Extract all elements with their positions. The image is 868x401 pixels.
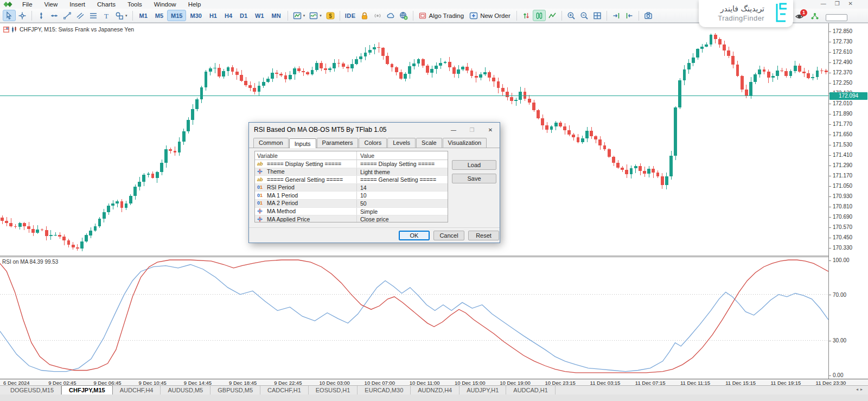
chart-tab-chfjpy-m15[interactable]: CHFJPY,M15 xyxy=(61,385,113,394)
param-row[interactable]: 01MA 2 Period50 xyxy=(255,200,448,208)
toolbar-tf-m30-button[interactable]: M30 xyxy=(186,10,205,21)
param-value[interactable]: 10 xyxy=(356,192,448,199)
menu-help[interactable]: Help xyxy=(182,1,207,8)
param-value[interactable]: ===== General Setting ===== xyxy=(356,176,448,183)
toolbar-horizontal-line-button[interactable] xyxy=(48,10,61,21)
dialog-tab-common[interactable]: Common xyxy=(253,138,289,148)
cancel-button[interactable]: Cancel xyxy=(433,231,464,240)
toolbar-lock-button[interactable] xyxy=(358,10,371,21)
chevron-down-icon[interactable]: ▾ xyxy=(125,14,127,18)
toolbar-vertical-line-button[interactable] xyxy=(35,10,48,21)
toolbar-zoom-out-button[interactable] xyxy=(578,10,591,21)
toolbar-auto-scroll-button[interactable] xyxy=(546,10,559,21)
toolbar-tf-d1-button[interactable]: D1 xyxy=(236,10,251,21)
toolbar-tf-m1-button[interactable]: M1 xyxy=(136,10,151,21)
ok-button[interactable]: OK xyxy=(399,231,430,240)
toolbar-cloud-button[interactable] xyxy=(384,10,397,21)
param-value[interactable]: 50 xyxy=(356,200,448,207)
param-row[interactable]: ThemeLight theme xyxy=(255,168,448,176)
menu-insert[interactable]: Insert xyxy=(63,1,91,8)
toolbar-symbols-button[interactable]: $ xyxy=(324,10,337,21)
menu-window[interactable]: Window xyxy=(148,1,182,8)
reset-button[interactable]: Reset xyxy=(468,231,499,240)
dialog-minimize-button[interactable]: — xyxy=(444,123,463,137)
dialog-tab-visualization[interactable]: Visualization xyxy=(443,138,487,148)
toolbar-templates-button[interactable]: ▾ xyxy=(307,10,324,21)
toolbar-ide-button[interactable]: IDE xyxy=(343,10,358,21)
toolbar-tf-mn-button[interactable]: MN xyxy=(268,10,285,21)
chart-tab-eurcad-m30[interactable]: EURCAD,M30 xyxy=(358,386,411,394)
tab-scroll-arrows[interactable]: ◂▸ xyxy=(856,387,865,392)
chart-tab-dogeusd-m15[interactable]: DOGEUSD,M15 xyxy=(3,386,61,394)
dialog-tab-parameters[interactable]: Parameters xyxy=(317,138,359,148)
chart-tab-eosusd-h1[interactable]: EOSUSD,H1 xyxy=(309,386,358,394)
menu-view[interactable]: View xyxy=(39,1,64,8)
price-axis[interactable]: 172.850172.730172.610172.490172.370172.2… xyxy=(828,23,868,379)
toolbar-cursor-button[interactable] xyxy=(3,10,16,21)
chart-tab-audcad-h1[interactable]: AUDCAD,H1 xyxy=(506,386,556,394)
toolbar-tf-h4-button[interactable]: H4 xyxy=(221,10,236,21)
chart-tab-gbpusd-m5[interactable]: GBPUSD,M5 xyxy=(210,386,260,394)
rsi-indicator-plot[interactable] xyxy=(0,257,828,379)
toolbar-tf-m5-button[interactable]: M5 xyxy=(151,10,167,21)
param-value[interactable]: 14 xyxy=(356,184,448,192)
window-minimize-button[interactable]: — xyxy=(821,1,826,7)
toolbar-objects-button[interactable]: ▾ xyxy=(113,10,130,21)
toolbar-crosshair-button[interactable] xyxy=(16,10,29,21)
cursor-icon xyxy=(5,11,14,20)
toolbar-tf-m15-button[interactable]: M15 xyxy=(167,10,186,21)
chevron-down-icon[interactable]: ▾ xyxy=(303,14,305,18)
toolbar-equidistant-channel-button[interactable] xyxy=(74,10,87,21)
param-row[interactable]: MA MethodSimple xyxy=(255,208,448,216)
toolbar-text-button[interactable]: T xyxy=(100,10,113,21)
toolbar-community-button[interactable] xyxy=(397,10,410,21)
chart-tab-audchf-h4[interactable]: AUDCHF,H4 xyxy=(113,386,161,394)
toolbar-tf-h1-button[interactable]: H1 xyxy=(206,10,221,21)
toolbar-tile-windows-button[interactable] xyxy=(591,10,604,21)
notifications-icon[interactable]: 1 xyxy=(795,12,804,23)
chart-tab-cadchf-h1[interactable]: CADCHF,H1 xyxy=(260,386,309,394)
time-axis[interactable]: 6 Dec 20249 Dec 02:459 Dec 06:459 Dec 10… xyxy=(0,379,868,385)
param-value[interactable]: Simple xyxy=(356,208,448,215)
toolbar-tick-chart-button[interactable] xyxy=(520,10,533,21)
param-row[interactable]: 01RSI Period14 xyxy=(255,184,448,192)
parameters-table[interactable]: VariableValueab===== Display Setting ===… xyxy=(254,151,448,222)
chevron-down-icon[interactable]: ▾ xyxy=(320,14,322,18)
toolbar-tf-w1-button[interactable]: W1 xyxy=(251,10,268,21)
window-close-button[interactable]: ✕ xyxy=(848,1,853,7)
toolbar-chart-shift-end-button[interactable] xyxy=(610,10,623,21)
toolbar-signal-button[interactable] xyxy=(371,10,384,21)
toolbar-algo-trading-button[interactable]: Algo Trading xyxy=(416,10,468,21)
toolbar-zoom-in-button[interactable] xyxy=(565,10,578,21)
chart-tab-audusd-m5[interactable]: AUDUSD,M5 xyxy=(161,386,210,394)
chart-tab-audjpy-h1[interactable]: AUDJPY,H1 xyxy=(459,386,506,394)
dialog-tab-inputs[interactable]: Inputs xyxy=(289,138,316,148)
menu-tools[interactable]: Tools xyxy=(122,1,148,8)
window-restore-button[interactable]: ❐ xyxy=(835,1,840,7)
menu-charts[interactable]: Charts xyxy=(91,1,122,8)
toolbar-new-order-button[interactable]: New Order xyxy=(467,10,514,21)
load-button[interactable]: Load xyxy=(452,160,496,170)
dialog-titlebar[interactable]: RSI Based On MA OB-OS MT5 By TFlab 1.05 … xyxy=(249,123,500,137)
toolbar-screenshot-button[interactable] xyxy=(642,10,655,21)
param-row[interactable]: ab===== General Setting ========== Gener… xyxy=(255,176,448,184)
param-row[interactable]: ab===== Display Setting ========== Displ… xyxy=(255,160,448,168)
menu-file[interactable]: File xyxy=(16,1,39,8)
dialog-tab-colors[interactable]: Colors xyxy=(359,138,387,148)
chart-tab-audnzd-h4[interactable]: AUDNZD,H4 xyxy=(411,386,459,394)
toolbar-trendline-button[interactable] xyxy=(61,10,74,21)
param-value[interactable]: ===== Display Setting ===== xyxy=(356,160,448,168)
network-status-icon[interactable] xyxy=(810,12,819,23)
toolbar-chart-shift-back-button[interactable] xyxy=(623,10,636,21)
dialog-close-button[interactable]: ✕ xyxy=(481,123,500,137)
param-row[interactable]: 01MA 1 Period10 xyxy=(255,192,448,200)
dialog-tab-scale[interactable]: Scale xyxy=(416,138,442,148)
save-button[interactable]: Save xyxy=(452,174,496,183)
toolbar-pause-button[interactable] xyxy=(533,10,546,21)
dialog-tab-levels[interactable]: Levels xyxy=(387,138,416,148)
toolbar-indicators-button[interactable]: ▾ xyxy=(291,10,308,21)
param-value[interactable]: Close price xyxy=(356,215,448,222)
param-row[interactable]: MA Applied PriceClose price xyxy=(255,215,448,222)
toolbar-fibonacci-button[interactable] xyxy=(87,10,100,21)
param-value[interactable]: Light theme xyxy=(356,168,448,176)
